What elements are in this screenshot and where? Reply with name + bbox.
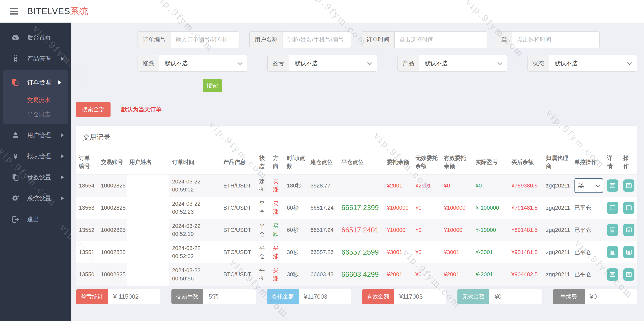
summary-value: 5笔 [203, 289, 256, 304]
col-invalid-entrust: 无效委托余额 [413, 150, 441, 174]
chevron-down-icon [498, 60, 502, 65]
top-bar: BITELVES系统 [0, 0, 644, 22]
cell-product: BTC/USDT [221, 197, 256, 219]
cell-product: ETH/USDT [221, 174, 256, 197]
filter-product: 产品 默认不选 [398, 55, 507, 72]
cell-open-point: 66603.43 [308, 263, 339, 285]
action-button[interactable] [623, 268, 634, 281]
action-button[interactable] [623, 246, 634, 258]
detail-button[interactable] [607, 224, 618, 236]
col-detail: 详情 [604, 150, 621, 174]
cell-invalid-entrust: ¥0 [413, 263, 441, 285]
cell-duration: 30秒 [284, 241, 308, 263]
order-no-input[interactable] [171, 31, 239, 48]
order-time-label: 订单时间 [362, 31, 394, 48]
action-button[interactable] [623, 202, 634, 214]
cell-valid-entrust: ¥10000 [441, 219, 473, 241]
sidebar-item-dashboard[interactable]: 后台首页 [0, 27, 71, 48]
updown-select[interactable]: 默认不选 [159, 55, 247, 71]
action-button[interactable] [623, 179, 634, 192]
sidebar-item-label: 参数设置 [27, 173, 61, 181]
sidebar-item-reports[interactable]: ¥ 报表管理 [0, 146, 71, 167]
col-action: 操作 [621, 150, 637, 174]
to-label: 至 [496, 31, 512, 48]
summary-value: ¥117003 [299, 289, 351, 304]
chevron-down-icon [595, 182, 600, 187]
cell-entrust: ¥2001 [384, 174, 413, 197]
cell-valid-entrust: ¥2001 [441, 263, 473, 285]
summary-value: ¥0 [584, 289, 637, 304]
cell-invalid-entrust: ¥0 [413, 197, 441, 219]
cell-entrust: ¥2001 [384, 263, 413, 285]
action-button[interactable] [623, 224, 634, 236]
profit-select[interactable]: 默认不选 [289, 55, 377, 71]
profit-label: 盈亏 [268, 55, 289, 71]
chevron-down-icon [238, 60, 242, 65]
cell-valid-entrust: ¥100000 [441, 197, 473, 219]
cell-after-balance: ¥901481.5 [509, 241, 544, 263]
cell-status: 平仓 [256, 219, 270, 241]
cell-order-id: 13550 [76, 263, 98, 285]
cell-order-id: 13552 [76, 219, 98, 241]
detail-button[interactable] [607, 202, 618, 214]
sidebar-item-params[interactable]: 参数设置 [0, 167, 71, 188]
col-status: 状态 [256, 150, 270, 174]
cell-single-control: 已平仓 [572, 263, 604, 285]
detail-button[interactable] [607, 268, 618, 281]
search-all-button[interactable]: 搜索全部 [76, 102, 110, 117]
order-time-to-input[interactable] [512, 31, 599, 48]
col-open-point: 建仓点位 [308, 150, 339, 174]
hamburger-menu-icon[interactable] [10, 8, 18, 14]
cell-product: BTC/USDT [221, 219, 256, 241]
cell-order-time: 2024-03-22 00:59:02 [169, 174, 221, 197]
cell-account: 10002825 [98, 263, 127, 285]
cell-actual-profit: ¥-3001 [473, 241, 509, 263]
cell-after-balance: ¥904482.5 [509, 263, 544, 285]
sidebar-item-label: 产品管理 [27, 55, 61, 63]
sidebar-item-logout[interactable]: 退出 [0, 209, 71, 230]
cell-close-point: 66603.4299 [339, 263, 384, 285]
cell-close-point [339, 174, 384, 197]
filter-order-time-from: 订单时间 [361, 31, 487, 48]
sidebar-subitem-trade-flow[interactable]: 交易流水 [3, 93, 68, 107]
order-time-from-input[interactable] [394, 31, 487, 48]
sidebar-item-users[interactable]: 用户管理 [0, 125, 71, 146]
sidebar-item-settings[interactable]: 系统设置 [0, 188, 71, 209]
app-title: BITELVES系统 [27, 5, 88, 17]
cell-single-control: 已平仓 [572, 197, 604, 219]
detail-button[interactable] [607, 246, 618, 258]
updown-label: 涨跌 [138, 55, 159, 71]
col-close-point: 平仓点位 [339, 150, 384, 174]
product-select-value: 默认不选 [425, 59, 448, 67]
sidebar-item-products[interactable]: B 产品管理 [0, 48, 71, 69]
detail-button[interactable] [607, 179, 618, 192]
chevron-down-icon [627, 60, 632, 65]
search-button[interactable]: 搜索 [203, 79, 222, 92]
cell-after-balance: ¥791481.5 [509, 197, 544, 219]
user-name-input[interactable] [283, 31, 351, 48]
summary-bar: 盈亏统计 ¥-115002 交易手数 5笔 委托金额 ¥117003 有效金额 … [76, 289, 637, 304]
status-select[interactable]: 默认不选 [549, 55, 637, 71]
chevron-down-icon [368, 60, 372, 65]
cell-order-time: 2024-03-22 00:52:23 [169, 197, 221, 219]
sidebar-subitem-close-log[interactable]: 平仓日志 [3, 107, 68, 121]
table-row: 13551 10002825 2024-03-22 00:52:02 BTC/U… [76, 241, 637, 263]
sidebar-item-label: 用户管理 [27, 131, 61, 139]
cell-status: 平仓 [256, 263, 270, 285]
brand-cn: 系统 [70, 6, 88, 16]
cell-order-time: 2024-03-22 00:52:02 [169, 241, 221, 263]
table-header-row: 订单编号 交易账号 用户姓名 订单时间 产品信息 状态 方向 时间/点数 建仓点… [76, 150, 637, 174]
cell-user-name [126, 241, 169, 263]
product-select[interactable]: 默认不选 [419, 55, 507, 71]
summary-label: 交易手数 [172, 289, 203, 304]
summary-label: 委托金额 [267, 289, 299, 304]
col-account: 交易账号 [98, 150, 127, 174]
cell-entrust: ¥3001 [384, 241, 413, 263]
col-product: 产品信息 [221, 150, 256, 174]
summary-fee: 手续费 ¥0 [553, 289, 637, 304]
cell-agent: zgq20211 [543, 174, 572, 197]
sidebar-item-orders[interactable]: 订单管理 [3, 72, 68, 93]
filter-zone: 订单编号 用户名称 订单时间 至 [138, 31, 637, 92]
col-single-control: 单控操作 [572, 150, 604, 174]
single-control-select[interactable]: 黑 [574, 178, 603, 193]
